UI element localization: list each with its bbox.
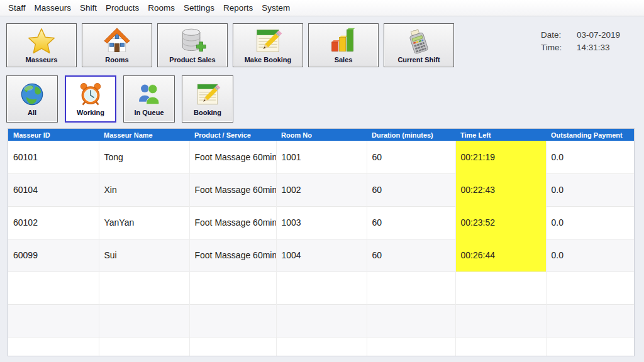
time-label: Time: <box>541 41 577 54</box>
masseurs-working-table: Masseur ID Masseur Name Product / Servic… <box>8 128 635 356</box>
alarm-clock-icon <box>77 82 104 107</box>
filter-booking-button[interactable]: Booking <box>182 75 233 123</box>
cell-room-no: 1001 <box>276 141 367 173</box>
datetime-panel: Date: 03-07-2019 Time: 14:31:33 <box>541 29 620 54</box>
make-booking-button[interactable]: Make Booking <box>233 23 303 67</box>
app-window: Staff Masseurs Shift Products Rooms Sett… <box>0 0 644 362</box>
cell-time-left: 00:22:43 <box>455 173 546 206</box>
col-header-room-no[interactable]: Room No <box>276 129 367 141</box>
filter-toolbar: All Working In Queue <box>6 75 233 123</box>
main-toolbar: Masseurs Rooms Product Sales <box>6 23 454 67</box>
masseurs-button[interactable]: Masseurs <box>6 23 77 67</box>
table-row[interactable]: 60104 Xin Foot Massage 60min 1002 60 00:… <box>8 173 635 206</box>
cell-masseur-id: 60102 <box>8 206 99 239</box>
time-value: 14:31:33 <box>577 41 610 54</box>
pos-terminal-icon <box>404 27 433 55</box>
cell-outstanding-payment: 0.0 <box>546 173 635 206</box>
product-sales-button-label: Product Sales <box>169 56 215 63</box>
cell-product-service: Foot Massage 60min <box>189 239 276 272</box>
table-row[interactable]: 60101 Tong Foot Massage 60min 1001 60 00… <box>8 141 635 173</box>
cell-duration: 60 <box>367 173 455 206</box>
cell-product-service: Foot Massage 60min <box>189 206 276 239</box>
menu-rooms[interactable]: Rooms <box>143 0 179 16</box>
cell-masseur-name: Sui <box>99 239 189 272</box>
cell-room-no: 1002 <box>276 173 367 206</box>
filter-working-button[interactable]: Working <box>65 75 116 123</box>
cell-time-left: 00:21:19 <box>455 141 546 173</box>
cell-masseur-name: Tong <box>99 141 189 173</box>
cell-outstanding-payment: 0.0 <box>546 206 635 239</box>
cell-outstanding-payment: 0.0 <box>546 239 635 272</box>
notepad-pencil-icon <box>253 27 282 55</box>
cell-product-service: Foot Massage 60min <box>189 173 276 206</box>
sales-button[interactable]: Sales <box>308 23 379 67</box>
filter-working-label: Working <box>77 109 104 116</box>
menu-reports[interactable]: Reports <box>219 0 257 16</box>
menu-products[interactable]: Products <box>101 0 143 16</box>
cell-duration: 60 <box>367 239 455 272</box>
col-header-masseur-name[interactable]: Masseur Name <box>99 129 189 141</box>
menu-system[interactable]: System <box>257 0 294 16</box>
masseurs-button-label: Masseurs <box>26 56 58 63</box>
menu-bar: Staff Masseurs Shift Products Rooms Sett… <box>0 0 644 16</box>
menu-masseurs[interactable]: Masseurs <box>30 0 76 16</box>
make-booking-button-label: Make Booking <box>245 56 292 63</box>
notepad-pencil-icon <box>194 82 221 107</box>
cell-masseur-name: YanYan <box>99 206 189 239</box>
bar-chart-icon <box>329 27 358 55</box>
cell-outstanding-payment: 0.0 <box>546 141 635 173</box>
date-value: 03-07-2019 <box>577 29 620 41</box>
cell-duration: 60 <box>367 206 455 239</box>
cell-masseur-id: 60101 <box>8 141 99 173</box>
col-header-product-service[interactable]: Product / Service <box>189 129 276 141</box>
cell-duration: 60 <box>367 141 455 173</box>
filter-all-button[interactable]: All <box>6 75 58 123</box>
rooms-button-label: Rooms <box>105 56 128 63</box>
sales-button-label: Sales <box>335 56 353 63</box>
col-header-duration[interactable]: Duration (minutes) <box>367 129 455 141</box>
col-header-masseur-id[interactable]: Masseur ID <box>8 129 99 141</box>
empty-table-row <box>8 337 635 356</box>
empty-table-row <box>8 304 635 337</box>
cell-masseur-id: 60099 <box>8 239 99 272</box>
menu-shift[interactable]: Shift <box>75 0 101 16</box>
cell-time-left: 00:26:44 <box>455 239 546 272</box>
product-sales-button[interactable]: Product Sales <box>157 23 228 67</box>
cell-room-no: 1003 <box>276 206 367 239</box>
current-shift-button[interactable]: Current Shift <box>384 23 454 67</box>
col-header-time-left[interactable]: Time Left <box>455 129 546 141</box>
people-icon <box>136 82 162 107</box>
database-add-icon <box>178 27 207 55</box>
table-header-row: Masseur ID Masseur Name Product / Servic… <box>8 129 635 141</box>
filter-booking-label: Booking <box>194 109 221 116</box>
rooms-button[interactable]: Rooms <box>82 23 152 67</box>
date-label: Date: <box>541 29 577 41</box>
filter-in-queue-label: In Queue <box>134 109 164 116</box>
menu-settings[interactable]: Settings <box>179 0 219 16</box>
empty-table-row <box>8 272 635 304</box>
globe-icon <box>19 82 45 107</box>
star-icon <box>27 27 56 55</box>
menu-staff[interactable]: Staff <box>4 0 30 16</box>
current-shift-button-label: Current Shift <box>397 56 440 63</box>
cell-product-service: Foot Massage 60min <box>189 141 276 173</box>
col-header-outstanding-payment[interactable]: Outstanding Payment <box>546 129 635 141</box>
cell-masseur-id: 60104 <box>8 173 99 206</box>
house-icon <box>103 27 131 55</box>
cell-room-no: 1004 <box>276 239 367 272</box>
table-row[interactable]: 60099 Sui Foot Massage 60min 1004 60 00:… <box>8 239 635 272</box>
table-row[interactable]: 60102 YanYan Foot Massage 60min 1003 60 … <box>8 206 635 239</box>
filter-in-queue-button[interactable]: In Queue <box>123 75 175 123</box>
cell-masseur-name: Xin <box>99 173 189 206</box>
filter-all-label: All <box>28 109 36 116</box>
cell-time-left: 00:23:52 <box>455 206 546 239</box>
